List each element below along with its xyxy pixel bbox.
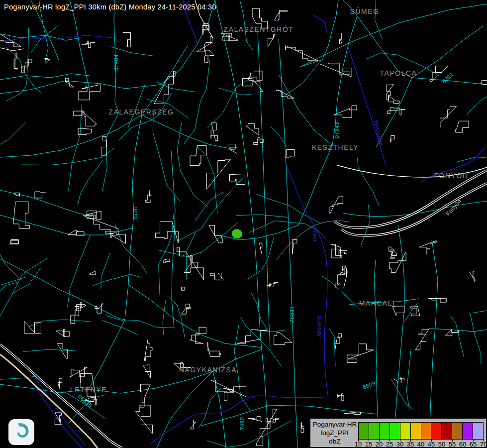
legend-tick-label: 60 <box>459 441 466 448</box>
settlement-outline <box>70 367 88 377</box>
settlement-outline <box>57 343 67 358</box>
settlement-outline <box>207 343 221 357</box>
legend-swatch <box>400 423 411 439</box>
minor-road <box>247 237 274 279</box>
minor-road <box>163 301 166 335</box>
settlement-outline <box>254 138 263 145</box>
city-label: TAPOLCA <box>380 69 417 77</box>
settlement-outline <box>14 53 17 69</box>
settlement-outline <box>211 380 246 401</box>
settlement-outline <box>248 417 262 422</box>
settlement-outline <box>330 197 343 214</box>
minor-road <box>207 79 249 128</box>
settlement-outline <box>196 36 212 52</box>
legend-tick-label: 15 <box>365 441 372 448</box>
minor-road <box>128 85 145 128</box>
settlement-outline <box>387 85 393 100</box>
settlement-outline <box>68 231 84 235</box>
settlement-outline <box>144 339 152 360</box>
legend-swatch <box>390 423 400 439</box>
settlement-outline <box>191 421 196 429</box>
legend-tick-label: 55 <box>449 441 456 448</box>
settlement-outline <box>274 333 292 345</box>
settlement-outline <box>177 247 204 280</box>
settlement-outline <box>336 268 346 288</box>
city-label: ZALASZENTGRÓT <box>224 25 294 33</box>
settlement-outline <box>249 71 262 81</box>
settlement-outline <box>344 412 360 415</box>
legend-product-name: logZ_PPI <box>311 429 358 437</box>
minor-road <box>406 349 411 410</box>
minor-road <box>207 421 291 447</box>
minor-road <box>391 379 414 410</box>
county-label: Somogy <box>316 316 323 337</box>
minor-road <box>473 309 487 329</box>
minor-road <box>22 148 114 165</box>
settlement-outline <box>334 106 357 117</box>
settlement-outline <box>480 80 487 85</box>
settlement-outline <box>260 243 262 253</box>
minor-road <box>93 274 141 286</box>
minor-road <box>184 60 210 144</box>
minor-road <box>357 158 379 206</box>
county-label: Veszprém <box>373 119 385 146</box>
minor-road <box>159 213 174 295</box>
minor-road <box>11 268 40 294</box>
area-labels: Vas Veszprém Zala Somogy Fonyód <box>184 1 462 337</box>
settlement-outline <box>204 50 214 62</box>
minor-road <box>404 302 418 322</box>
settlement-outline <box>181 287 185 290</box>
settlement-outline <box>331 244 342 258</box>
settlement-outline <box>337 394 344 401</box>
settlement-outline <box>292 239 297 254</box>
minor-road <box>251 293 269 333</box>
settlement-outline <box>389 96 399 103</box>
legend-tick-label: 25 <box>386 441 393 448</box>
radar-display: SÜMEG ZALASZENTGRÓT TAPOLCA ZALAEGERSZEG… <box>0 0 487 448</box>
minor-road <box>101 253 110 289</box>
settlement-outline <box>394 378 404 383</box>
legend-swatch <box>452 423 463 439</box>
settlement-outline <box>390 135 394 142</box>
river-label: Zala <box>312 229 319 242</box>
legend-swatch <box>431 423 442 439</box>
minor-road <box>236 215 288 217</box>
legend-station-name: Poganyvar-HR <box>311 420 358 429</box>
legend-swatch <box>359 423 369 439</box>
settlement-outline <box>182 304 191 314</box>
city-label: ZALAEGERSZEG <box>109 108 174 116</box>
settlement-outline <box>14 193 20 196</box>
road-number-label: 75831 <box>289 306 295 323</box>
legend-swatch <box>421 423 432 439</box>
legend-unit: dbZ <box>311 437 358 446</box>
city-label: NAGYKANIZSA <box>179 366 237 374</box>
legend-tick-label: 70 <box>480 441 487 448</box>
settlement-outline <box>101 137 106 155</box>
minor-road <box>78 160 103 206</box>
settlement-outline <box>13 202 30 228</box>
legend-tick-labels: 10152025303540455055606570 <box>358 441 484 448</box>
river-boundary-network <box>0 0 486 448</box>
city-label: SÜMEG <box>350 7 380 15</box>
settlement-outline <box>143 364 150 378</box>
legend-tick-label: 45 <box>428 441 435 448</box>
settlement-outline <box>415 329 429 350</box>
settlement-outline <box>301 423 304 433</box>
settlement-outline <box>83 216 118 237</box>
legend-swatch <box>463 423 473 439</box>
radar-echo <box>232 229 242 238</box>
legend-tick-label: 10 <box>355 441 362 448</box>
legend-swatch <box>380 423 390 439</box>
minor-road <box>153 112 180 202</box>
settlement-outline <box>105 231 125 243</box>
settlement-outline <box>275 10 288 20</box>
legend-tick-label: 30 <box>396 441 403 448</box>
settlement-outline <box>469 272 475 281</box>
settlement-outline <box>163 259 170 263</box>
settlement-outline <box>340 266 347 275</box>
settlement-outline <box>456 121 469 132</box>
city-label: MARCALI <box>359 299 395 307</box>
settlement-outline <box>246 123 259 135</box>
settlement-outline <box>9 240 18 244</box>
minor-road <box>0 277 26 290</box>
